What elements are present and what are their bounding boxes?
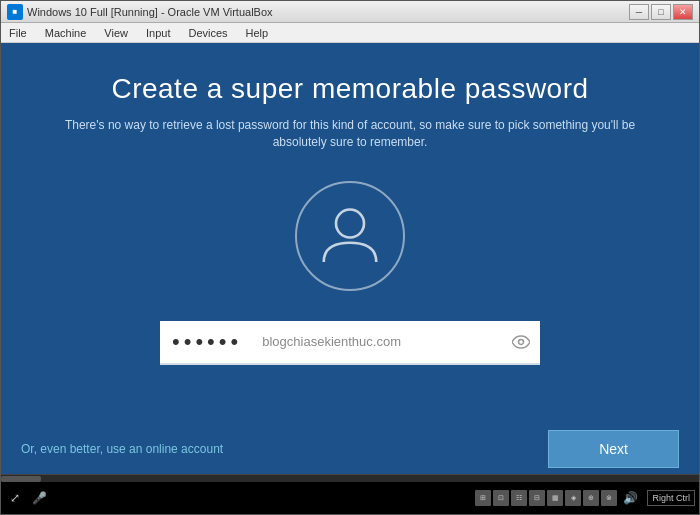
window-title: Windows 10 Full [Running] - Oracle VM Vi… (27, 6, 629, 18)
app-icon: ■ (7, 4, 23, 20)
online-account-link[interactable]: Or, even better, use an online account (21, 442, 223, 456)
taskbar: ⤢ 🎤 ⊞ ⊡ ☷ ⊟ ▦ ◈ ⊕ ⊗ 🔊 Right Ctrl (1, 482, 699, 514)
menu-file[interactable]: File (5, 25, 31, 41)
vm-screen: Create a super memorable password There'… (1, 43, 699, 474)
tray-icon-4: ⊟ (529, 490, 545, 506)
virtualbox-window: ■ Windows 10 Full [Running] - Oracle VM … (0, 0, 700, 515)
svg-point-1 (519, 339, 524, 344)
scrollbar-horizontal[interactable] (1, 474, 699, 482)
bottom-action-bar: Or, even better, use an online account N… (1, 424, 699, 474)
system-tray: ⊞ ⊡ ☷ ⊟ ▦ ◈ ⊕ ⊗ (475, 490, 617, 506)
minimize-button[interactable]: ─ (629, 4, 649, 20)
tray-icon-5: ▦ (547, 490, 563, 506)
tray-icon-8: ⊗ (601, 490, 617, 506)
password-watermark-text: blogchiasekienthuc.com (254, 321, 502, 363)
maximize-button[interactable]: □ (651, 4, 671, 20)
password-dots: •••••• (160, 321, 254, 363)
next-button[interactable]: Next (548, 430, 679, 468)
volume-icon[interactable]: 🔊 (620, 488, 640, 508)
setup-title: Create a super memorable password (111, 73, 588, 105)
setup-subtitle: There's no way to retrieve a lost passwo… (61, 117, 639, 151)
tray-icon-3: ☷ (511, 490, 527, 506)
tray-icon-2: ⊡ (493, 490, 509, 506)
person-icon (315, 199, 385, 273)
password-field-wrapper[interactable]: •••••• blogchiasekienthuc.com (160, 321, 540, 365)
tray-icon-6: ◈ (565, 490, 581, 506)
close-button[interactable]: ✕ (673, 4, 693, 20)
menu-devices[interactable]: Devices (184, 25, 231, 41)
taskbar-left: ⤢ 🎤 (5, 488, 49, 508)
taskbar-mic-icon[interactable]: 🎤 (29, 488, 49, 508)
menu-input[interactable]: Input (142, 25, 174, 41)
windows-setup-screen: Create a super memorable password There'… (1, 43, 699, 474)
menu-bar: File Machine View Input Devices Help (1, 23, 699, 43)
svg-point-0 (336, 209, 364, 237)
window-controls: ─ □ ✕ (629, 4, 693, 20)
menu-help[interactable]: Help (242, 25, 273, 41)
tray-icon-1: ⊞ (475, 490, 491, 506)
show-password-icon[interactable] (502, 321, 540, 363)
taskbar-right: ⊞ ⊡ ☷ ⊟ ▦ ◈ ⊕ ⊗ 🔊 Right Ctrl (475, 488, 695, 508)
user-avatar (295, 181, 405, 291)
taskbar-resize-icon[interactable]: ⤢ (5, 488, 25, 508)
menu-view[interactable]: View (100, 25, 132, 41)
tray-icon-7: ⊕ (583, 490, 599, 506)
menu-machine[interactable]: Machine (41, 25, 91, 41)
title-bar: ■ Windows 10 Full [Running] - Oracle VM … (1, 1, 699, 23)
right-ctrl-label: Right Ctrl (647, 490, 695, 506)
